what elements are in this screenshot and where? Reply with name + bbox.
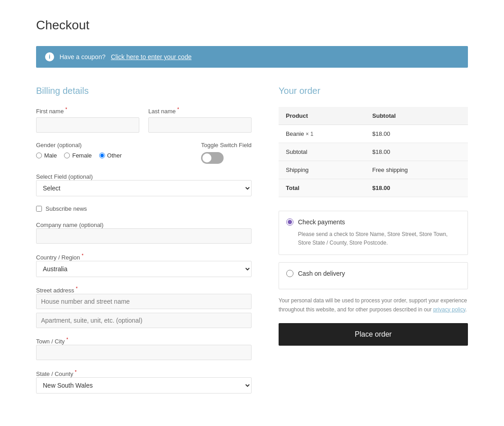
total-value-cell: $18.00	[365, 179, 468, 197]
gender-other-option[interactable]: Other	[99, 152, 122, 159]
first-name-group: First name *	[36, 107, 139, 133]
last-name-input[interactable]	[148, 117, 252, 133]
street-address-group: Street address *	[36, 286, 252, 328]
check-payments-radio[interactable]	[286, 218, 293, 226]
toggle-slider	[201, 152, 224, 164]
billing-section: Billing details First name * Last name *	[36, 86, 252, 403]
product-qty: × 1	[306, 131, 313, 137]
select-field-label: Select Field (optional)	[36, 173, 93, 180]
subscribe-news-group: Subscribe news	[36, 205, 252, 212]
street-address-input-1[interactable]	[36, 294, 252, 309]
town-city-group: Town / City *	[36, 337, 252, 360]
subtotal-value-cell: $18.00	[365, 143, 468, 161]
town-city-input[interactable]	[36, 345, 252, 360]
privacy-note: Your personal data will be used to proce…	[279, 296, 468, 314]
toggle-switch[interactable]	[201, 152, 224, 164]
place-order-button[interactable]: Place order	[279, 323, 468, 346]
shipping-label-cell: Shipping	[279, 161, 365, 179]
order-title: Your order	[279, 86, 468, 96]
total-label-cell: Total	[279, 179, 365, 197]
product-col-header: Product	[279, 107, 365, 125]
company-name-input[interactable]	[36, 228, 252, 244]
coupon-banner: i Have a coupon? Click here to enter you…	[36, 46, 468, 68]
check-payments-description: Please send a check to Store Name, Store…	[286, 230, 460, 247]
first-name-label: First name *	[36, 107, 139, 115]
subscribe-news-label: Subscribe news	[46, 205, 87, 212]
town-city-label: Town / City *	[36, 338, 68, 345]
cash-on-delivery-radio[interactable]	[286, 270, 293, 277]
total-row: Total $18.00	[279, 179, 468, 197]
table-row: Beanie × 1 $18.00	[279, 125, 468, 143]
page-title: Checkout	[36, 18, 468, 32]
gender-female-option[interactable]: Female	[64, 152, 92, 159]
coupon-link[interactable]: Click here to enter your code	[111, 53, 192, 60]
street-address-label: Street address *	[36, 287, 78, 294]
last-name-group: Last name *	[148, 107, 252, 133]
order-table: Product Subtotal Beanie × 1 $18.00 Subto…	[279, 107, 468, 197]
shipping-row: Shipping Free shipping	[279, 161, 468, 179]
state-county-label: State / County *	[36, 370, 77, 377]
check-payments-label: Check payments	[298, 218, 345, 226]
coupon-info-icon: i	[45, 52, 54, 61]
company-name-label: Company name (optional)	[36, 222, 104, 228]
subscribe-news-checkbox[interactable]	[36, 206, 42, 212]
toggle-label: Toggle Switch Field	[201, 142, 252, 148]
product-cell: Beanie × 1	[279, 125, 365, 143]
billing-title: Billing details	[36, 86, 252, 96]
state-county-group: State / County * New South Wales Victori…	[36, 369, 252, 393]
shipping-value-cell: Free shipping	[365, 161, 468, 179]
country-region-label: Country / Region *	[36, 254, 83, 261]
product-name: Beanie	[286, 130, 304, 137]
gender-female-radio[interactable]	[64, 153, 70, 158]
country-region-group: Country / Region * Australia United Stat…	[36, 253, 252, 277]
cash-on-delivery-option: Cash on delivery	[279, 262, 468, 289]
cash-on-delivery-label: Cash on delivery	[298, 270, 345, 277]
check-payments-option: Check payments Please send a check to St…	[279, 211, 468, 255]
gender-male-radio[interactable]	[36, 153, 42, 158]
toggle-section: Toggle Switch Field	[201, 142, 252, 164]
street-address-input-2[interactable]	[36, 313, 252, 328]
company-name-group: Company name (optional)	[36, 221, 252, 244]
subtotal-col-header: Subtotal	[365, 107, 468, 125]
gender-other-radio[interactable]	[99, 153, 105, 158]
country-region-select[interactable]: Australia United States United Kingdom C…	[36, 261, 252, 277]
product-subtotal-cell: $18.00	[365, 125, 468, 143]
subtotal-label-cell: Subtotal	[279, 143, 365, 161]
select-field-group: Select Field (optional) Select Option 1 …	[36, 173, 252, 196]
first-name-input[interactable]	[36, 117, 139, 133]
gender-label: Gender (optional)	[36, 142, 183, 148]
order-section: Your order Product Subtotal Beanie × 1 $…	[279, 86, 468, 403]
gender-radio-group: Male Female Other	[36, 152, 183, 159]
select-field-select[interactable]: Select Option 1 Option 2 Option 3	[36, 180, 252, 196]
gender-male-option[interactable]: Male	[36, 152, 57, 159]
gender-group: Gender (optional) Male Female Other	[36, 142, 183, 159]
last-name-label: Last name *	[148, 107, 252, 115]
coupon-text: Have a coupon?	[60, 53, 105, 60]
subtotal-row: Subtotal $18.00	[279, 143, 468, 161]
privacy-policy-link[interactable]: privacy policy	[433, 306, 465, 313]
state-county-select[interactable]: New South Wales Victoria Queensland West…	[36, 377, 252, 394]
